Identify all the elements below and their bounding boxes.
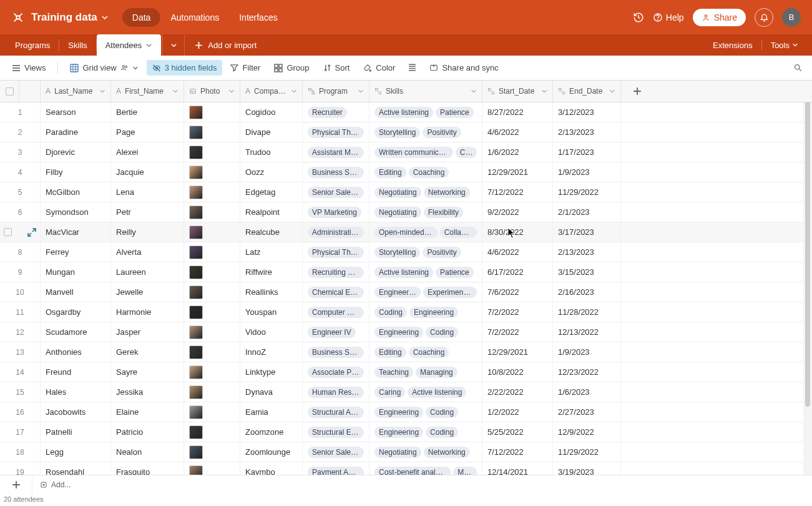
photo-thumbnail[interactable] <box>189 246 203 259</box>
photo-thumbnail[interactable] <box>189 345 203 359</box>
cell-photo[interactable] <box>184 382 240 402</box>
cell-start-date[interactable]: 8/27/2022 <box>482 102 553 122</box>
cell-company[interactable]: Trudoo <box>240 142 303 162</box>
cell-program[interactable]: Senior Sales Asso <box>303 182 369 202</box>
cell-start-date[interactable]: 12/29/2021 <box>482 162 553 182</box>
share-sync-button[interactable]: Share and sync <box>424 60 504 76</box>
cell-start-date[interactable]: 10/8/2022 <box>482 362 553 382</box>
skill-tag[interactable]: Con <box>456 147 477 158</box>
cell-photo[interactable] <box>184 262 240 282</box>
cell-skills[interactable]: Open-mindednessCollabora <box>369 222 482 242</box>
skill-tag[interactable]: Managing <box>416 367 457 378</box>
cell-program[interactable]: Recruiter <box>303 102 369 122</box>
skill-tag[interactable]: Active listening <box>408 387 466 398</box>
chevron-down-icon[interactable] <box>132 65 139 71</box>
history-icon[interactable] <box>633 12 644 23</box>
cell-last-name[interactable]: Patnelli <box>41 422 111 442</box>
skill-tag[interactable]: Negotiating <box>374 187 421 198</box>
cell-end-date[interactable]: 1/9/2023 <box>553 342 621 362</box>
cell-first-name[interactable]: Elaine <box>111 402 184 422</box>
tab-programs[interactable]: Programs <box>6 34 59 56</box>
program-tag[interactable]: Business System <box>308 347 364 358</box>
skill-tag[interactable]: Open-mindedness <box>374 227 438 238</box>
program-tag[interactable]: Physical Therapy <box>308 127 364 138</box>
program-tag[interactable]: Structural Engine <box>308 427 364 438</box>
cell-first-name[interactable]: Laureen <box>111 262 184 282</box>
cell-start-date[interactable]: 7/2/2022 <box>482 302 553 322</box>
cell-end-date[interactable]: 3/15/2023 <box>553 262 621 282</box>
table-row[interactable]: 4FilbyJacquieOozzBusiness SystemEditingC… <box>0 162 812 182</box>
cell-company[interactable]: Edgetag <box>240 182 303 202</box>
tab-skills[interactable]: Skills <box>59 34 95 56</box>
cell-company[interactable]: Realpoint <box>240 202 303 222</box>
cell-skills[interactable]: EngineeringExperimenting <box>369 282 482 302</box>
cell-program[interactable]: Physical Therapy <box>303 242 369 262</box>
cell-company[interactable]: Divape <box>240 122 303 142</box>
app-logo-icon[interactable] <box>11 11 25 24</box>
cell-first-name[interactable]: Harmonie <box>111 302 184 322</box>
cell-skills[interactable]: Written communicationCon <box>369 142 482 162</box>
cell-company[interactable]: Realcube <box>240 222 303 242</box>
table-row[interactable]: 12ScudamoreJasperVidooEngineer IVEnginee… <box>0 322 812 342</box>
skill-tag[interactable]: Experimenting <box>423 287 477 298</box>
skill-tag[interactable]: Networking <box>424 447 470 458</box>
cell-first-name[interactable]: Patricio <box>111 422 184 442</box>
skill-tag[interactable]: Networking <box>424 187 470 198</box>
cell-photo[interactable] <box>184 182 240 202</box>
skill-tag[interactable]: Engineering <box>374 427 423 438</box>
cell-last-name[interactable]: Djorevic <box>41 142 111 162</box>
cell-program[interactable]: Business System <box>303 342 369 362</box>
cell-end-date[interactable]: 3/17/2023 <box>553 222 621 242</box>
cell-start-date[interactable]: 9/2/2022 <box>482 202 553 222</box>
row-height-button[interactable] <box>403 60 421 76</box>
cell-photo[interactable] <box>184 282 240 302</box>
row-number-cell[interactable]: 6 <box>0 202 41 222</box>
cell-photo[interactable] <box>184 322 240 342</box>
cell-skills[interactable]: EditingCoaching <box>369 162 482 182</box>
color-button[interactable]: Color <box>358 60 401 76</box>
header-program[interactable]: Program <box>303 81 369 102</box>
chevron-down-icon[interactable] <box>228 88 235 94</box>
cell-program[interactable]: Computer System <box>303 302 369 322</box>
cell-first-name[interactable]: Jacquie <box>111 162 184 182</box>
cell-skills[interactable]: Active listeningPatience <box>369 262 482 282</box>
cell-start-date[interactable]: 7/2/2022 <box>482 322 553 342</box>
cell-photo[interactable] <box>184 442 240 462</box>
cell-skills[interactable]: EngineeringCoding <box>369 322 482 342</box>
cell-skills[interactable]: TeachingManaging <box>369 362 482 382</box>
program-tag[interactable]: Recruiting Manag <box>308 267 364 278</box>
cell-first-name[interactable]: Jewelle <box>111 282 184 302</box>
skill-tag[interactable]: Editing <box>374 347 406 358</box>
skill-tag[interactable]: Engineering <box>374 327 423 338</box>
cell-last-name[interactable]: Filby <box>41 162 111 182</box>
cell-last-name[interactable]: MacVicar <box>41 222 111 242</box>
header-skills[interactable]: Skills <box>369 81 482 102</box>
photo-thumbnail[interactable] <box>189 206 203 219</box>
photo-thumbnail[interactable] <box>189 445 203 459</box>
cell-last-name[interactable]: Osgardby <box>41 302 111 322</box>
cell-start-date[interactable]: 2/22/2022 <box>482 382 553 402</box>
cell-photo[interactable] <box>184 202 240 222</box>
photo-thumbnail[interactable] <box>189 166 203 179</box>
cell-program[interactable]: Human Resource <box>303 382 369 402</box>
cell-program[interactable]: Structural Engine <box>303 422 369 442</box>
skill-tag[interactable]: Written communication <box>374 147 453 158</box>
program-tag[interactable]: Administrative A <box>308 227 364 238</box>
program-tag[interactable]: Chemical Engine <box>308 287 364 298</box>
skill-tag[interactable]: Coding <box>426 327 458 338</box>
photo-thumbnail[interactable] <box>189 146 203 159</box>
add-or-import-button[interactable]: Add or import <box>185 34 267 56</box>
cell-company[interactable]: Latz <box>240 242 303 262</box>
cell-program[interactable]: Structural Analys <box>303 402 369 422</box>
skill-tag[interactable]: Editing <box>374 167 406 178</box>
row-number-cell[interactable]: 17 <box>0 422 41 442</box>
cell-company[interactable]: Riffwire <box>240 262 303 282</box>
cell-photo[interactable] <box>184 402 240 422</box>
cell-company[interactable]: Vidoo <box>240 322 303 342</box>
skill-tag[interactable]: Active listening <box>374 107 433 118</box>
cell-program[interactable]: Senior Sales Asso <box>303 442 369 462</box>
row-number-cell[interactable]: 5 <box>0 182 41 202</box>
skill-tag[interactable]: Active listening <box>374 267 433 278</box>
cell-company[interactable]: Reallinks <box>240 282 303 302</box>
account-avatar[interactable]: B <box>782 8 801 27</box>
